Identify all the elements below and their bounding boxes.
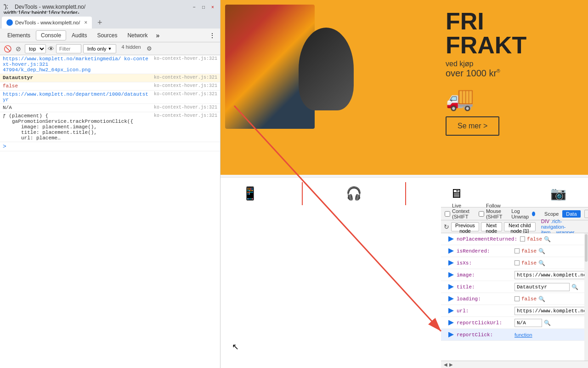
console-line: https://www.komplett.no/marketingmedia/ … — [0, 55, 220, 74]
log-unwrap-label: Log Unwrap — [511, 208, 530, 219]
filter-icon[interactable]: ⊘ — [14, 44, 23, 53]
footer-arrow-right[interactable]: ▶ — [449, 362, 453, 367]
console-link[interactable]: https://www.komplett.no/marketingmedia/ … — [3, 56, 148, 73]
refresh-icon[interactable]: ↻ — [444, 223, 449, 230]
nav-divider-1 — [302, 182, 303, 205]
promo-subtitle: ved kjøp — [446, 60, 583, 68]
new-tab-button[interactable]: + — [94, 17, 106, 29]
footer-arrow-left[interactable]: ◀ — [444, 362, 447, 367]
prop-input-title[interactable] — [514, 283, 570, 291]
browser-window: '); width:16px;height:16px;border-radius… — [0, 0, 220, 368]
info-only-button[interactable]: Info only ▼ — [83, 44, 116, 53]
filter-input[interactable] — [56, 44, 81, 53]
browser-tabs-bar: DevTools - www.komplett.no/ × + — [0, 14, 220, 29]
nav-elements[interactable]: Elements — [3, 30, 35, 40]
devtools-panel: Live Context (SHIFT + 1) Follow Mouse (S… — [441, 207, 588, 368]
prop-row-title: title: 🔍 — [441, 281, 588, 293]
spy-icon[interactable]: 🔍 — [571, 284, 578, 290]
nav-network[interactable]: Network — [123, 30, 152, 40]
prop-false-value: false — [521, 260, 537, 266]
camera-icon: 📷 — [550, 186, 566, 201]
maximize-button[interactable]: □ — [200, 3, 207, 11]
prop-expand-icon[interactable] — [448, 320, 454, 326]
prop-name: isRendered: — [457, 248, 512, 254]
page-content: FRI FRAKT ved kjøp over 1000 kr® 🚚 Se me… — [220, 0, 588, 368]
panel-toolbar: ↻ Previous node Next node Next child nod… — [441, 220, 588, 233]
prop-checkbox[interactable] — [514, 248, 520, 253]
console-line: https://www.komplett.no/department/1000/… — [0, 91, 220, 104]
eye-icon[interactable]: 👁 — [48, 45, 54, 52]
see-more-button[interactable]: Se mer > — [446, 116, 499, 136]
promo-banner: FRI FRAKT ved kjøp over 1000 kr® 🚚 Se me… — [220, 0, 588, 175]
close-button[interactable]: × — [209, 3, 216, 11]
console-prompt-line[interactable]: > — [0, 142, 220, 151]
spy-icon[interactable]: 🔍 — [544, 320, 551, 326]
scope-context-button[interactable]: Context — [584, 210, 588, 218]
nav-divider-2 — [405, 182, 406, 205]
active-tab[interactable]: DevTools - www.komplett.no/ × — [2, 17, 92, 29]
next-child-node-button[interactable]: Next child node [1] — [504, 222, 536, 231]
nav-more-icon[interactable]: » — [153, 32, 162, 39]
prop-input-report-click-url[interactable] — [514, 319, 542, 327]
live-context-checkbox[interactable] — [445, 211, 450, 217]
nav-item-phone[interactable]: 📱 — [242, 186, 258, 201]
prop-input-image[interactable] — [514, 271, 588, 279]
nav-dots-icon[interactable]: ⋮ — [207, 32, 217, 39]
prop-value: false 🔍 — [514, 296, 584, 302]
prop-checkbox[interactable] — [514, 260, 520, 265]
scroll-thumb[interactable] — [585, 234, 588, 262]
devtools-scrollbar[interactable] — [584, 233, 588, 361]
nav-icons-row: 📱 🎧 🖥 📷 — [220, 177, 588, 209]
spy-icon[interactable]: 🔍 — [544, 236, 551, 242]
nav-sources[interactable]: Sources — [92, 30, 122, 40]
nav-console[interactable]: Console — [36, 30, 66, 40]
prop-checkbox[interactable] — [520, 236, 525, 242]
prop-value: function — [514, 332, 584, 338]
hidden-count-badge[interactable]: 4 hidden — [118, 44, 145, 53]
prop-expand-icon[interactable] — [448, 284, 454, 290]
scope-data-button[interactable]: Data — [562, 210, 580, 218]
prop-false-value: false — [527, 236, 542, 242]
log-unwrap-radio[interactable] — [532, 212, 535, 216]
nav-item-headphones[interactable]: 🎧 — [346, 186, 362, 201]
console-toolbar: 🚫 ⊘ top 👁 Info only ▼ 4 hidden ⚙ — [0, 42, 220, 55]
tab-close-icon[interactable]: × — [84, 19, 87, 26]
console-output[interactable]: https://www.komplett.no/marketingmedia/ … — [0, 55, 220, 368]
prop-value: false 🔍 — [514, 248, 584, 254]
prop-expand-icon[interactable] — [448, 236, 454, 242]
title-bar-title: DevTools - www.komplett.no/ — [15, 4, 187, 10]
prop-expand-icon[interactable] — [448, 296, 454, 302]
minimize-button[interactable]: − — [191, 3, 198, 11]
prop-expand-icon[interactable] — [448, 308, 454, 314]
prop-row-report-click-url: reportClickUrl: 🔍 — [441, 317, 588, 329]
devtools-nav: Elements Console Audits Sources Network … — [0, 29, 220, 42]
nav-item-monitor[interactable]: 🖥 — [450, 186, 463, 201]
truck-icon: 🚚 — [446, 85, 583, 112]
prop-checkbox[interactable] — [514, 296, 520, 301]
tab-favicon — [6, 19, 13, 26]
prop-name: reportClick: — [457, 332, 512, 338]
previous-node-button[interactable]: Previous node — [451, 222, 479, 231]
prop-expand-icon[interactable] — [448, 248, 454, 254]
prop-expand-icon[interactable] — [448, 260, 454, 266]
prop-input-url[interactable] — [514, 307, 588, 315]
nav-audits[interactable]: Audits — [67, 30, 91, 40]
promo-amount: over 1000 kr® — [446, 68, 583, 79]
context-select[interactable]: top — [25, 44, 46, 53]
spy-icon[interactable]: 🔍 — [538, 296, 545, 302]
console-link[interactable]: https://www.komplett.no/department/1000/… — [3, 92, 148, 103]
console-code: ƒ (placement) { — [3, 113, 48, 119]
promo-text: FRI FRAKT ved kjøp over 1000 kr® 🚚 Se me… — [446, 9, 583, 136]
follow-mouse-checkbox[interactable] — [479, 211, 484, 217]
prop-function-link[interactable]: function — [514, 332, 532, 338]
spy-icon[interactable]: 🔍 — [538, 248, 545, 254]
console-line: Datautstyr ko-context-hover.js:321 — [0, 74, 220, 82]
spy-icon[interactable]: 🔍 — [538, 260, 545, 266]
settings-icon[interactable]: ⚙ — [147, 45, 152, 52]
nav-item-camera[interactable]: 📷 — [550, 186, 566, 201]
prop-expand-icon[interactable] — [448, 332, 454, 338]
prop-expand-icon[interactable] — [448, 272, 454, 278]
next-node-button[interactable]: Next node — [481, 222, 502, 231]
clear-console-icon[interactable]: 🚫 — [3, 44, 12, 53]
prop-name: reportClickUrl: — [457, 320, 512, 326]
